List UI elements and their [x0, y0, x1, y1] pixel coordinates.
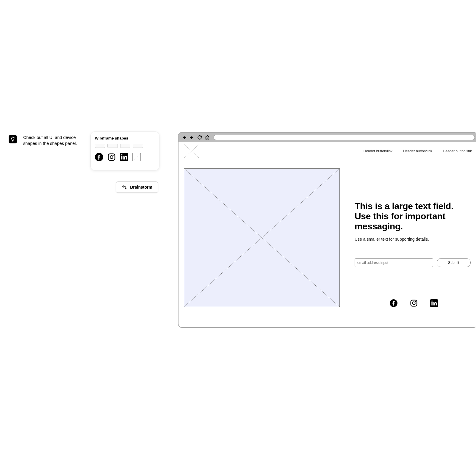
svg-rect-10	[121, 156, 123, 160]
hero-image-placeholder[interactable]	[184, 168, 340, 307]
forward-icon[interactable]	[189, 134, 195, 141]
linkedin-icon[interactable]	[430, 299, 438, 307]
instagram-icon[interactable]	[410, 299, 418, 307]
email-input[interactable]: email address input	[355, 258, 433, 267]
shape-thumb[interactable]	[95, 144, 105, 148]
submit-button[interactable]: Submit	[437, 258, 471, 267]
header-link[interactable]: Header button/link	[403, 149, 432, 153]
wireframe-shapes-title: Wireframe shapes	[95, 136, 155, 140]
svg-point-18	[431, 300, 433, 302]
svg-line-2	[15, 137, 15, 137]
address-bar[interactable]	[214, 135, 475, 140]
svg-rect-13	[411, 300, 417, 306]
svg-point-14	[412, 302, 415, 304]
reload-icon[interactable]	[196, 134, 203, 141]
shape-thumb[interactable]	[133, 144, 143, 148]
wireframe-shapes-card: Wireframe shapes	[90, 131, 159, 170]
brainstorm-label: Brainstorm	[130, 185, 152, 190]
hero-subtext: Use a smaller text for supporting detail…	[355, 237, 472, 242]
facebook-icon[interactable]	[95, 153, 103, 161]
linkedin-icon[interactable]	[120, 153, 128, 161]
lightbulb-icon	[9, 135, 17, 143]
brainstorm-button[interactable]: Brainstorm	[116, 181, 158, 193]
instagram-icon[interactable]	[107, 153, 116, 161]
header-link[interactable]: Header button/link	[364, 149, 392, 153]
facebook-icon[interactable]	[390, 299, 397, 307]
svg-point-7	[110, 156, 113, 159]
shape-thumb[interactable]	[120, 144, 130, 148]
page-header: Header button/link Header button/link He…	[184, 142, 472, 160]
svg-point-8	[113, 155, 114, 156]
sparkle-icon	[122, 184, 127, 190]
tip-text: Check out all UI and device shapes in th…	[23, 134, 89, 146]
home-icon[interactable]	[204, 134, 211, 141]
svg-rect-17	[431, 302, 432, 306]
logo-placeholder[interactable]	[184, 144, 199, 158]
svg-rect-6	[108, 154, 115, 160]
shape-thumb[interactable]	[145, 144, 155, 148]
image-placeholder-icon[interactable]	[132, 153, 141, 161]
back-icon[interactable]	[181, 134, 187, 141]
shape-thumb[interactable]	[107, 144, 118, 148]
browser-toolbar	[178, 133, 476, 142]
wireframe-shape-thumbs	[95, 143, 155, 149]
header-link[interactable]: Header button/link	[443, 149, 472, 153]
hero-headline: This is a large text field. Use this for…	[355, 201, 456, 231]
svg-point-11	[121, 154, 122, 155]
svg-line-1	[11, 137, 11, 137]
svg-point-15	[415, 301, 416, 302]
browser-wireframe: Header button/link Header button/link He…	[178, 132, 476, 328]
